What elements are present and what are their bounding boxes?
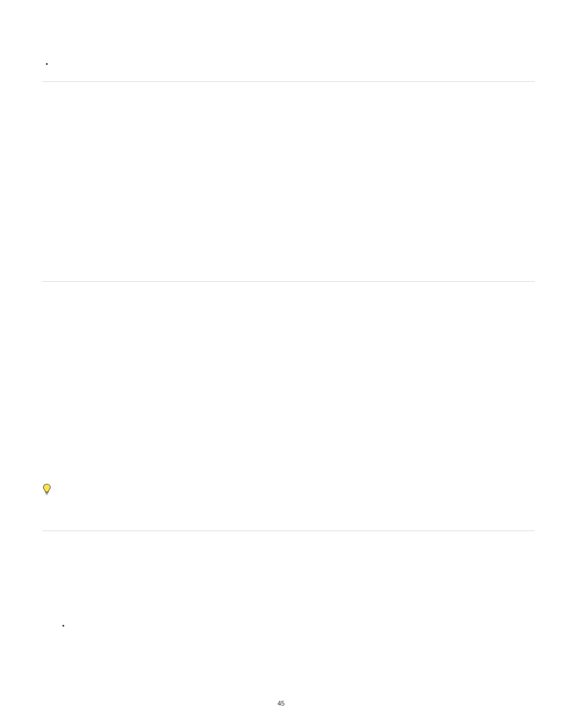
spacer bbox=[42, 531, 535, 601]
svg-rect-0 bbox=[45, 492, 48, 493]
tip-callout bbox=[42, 483, 535, 495]
lightbulb-icon bbox=[42, 483, 51, 495]
document-page: 45 bbox=[0, 0, 562, 728]
svg-rect-2 bbox=[46, 494, 48, 495]
spacer bbox=[42, 495, 535, 531]
spacer bbox=[42, 282, 535, 483]
top-margin bbox=[42, 0, 535, 54]
spacer bbox=[42, 59, 535, 81]
svg-rect-1 bbox=[45, 493, 48, 494]
page-number: 45 bbox=[0, 700, 562, 707]
spacer bbox=[42, 82, 535, 281]
